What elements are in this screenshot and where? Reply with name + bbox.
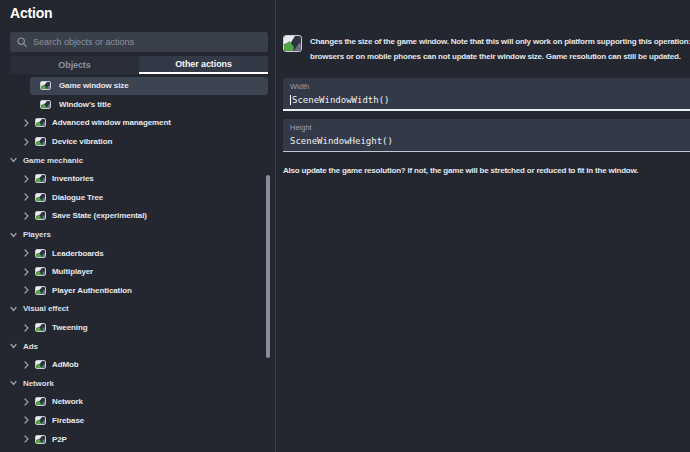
chevron-down-icon (10, 157, 17, 163)
width-field[interactable]: Width SceneWindowWidth() (283, 78, 690, 111)
picture-icon (35, 211, 46, 220)
chevron-right-icon (24, 435, 29, 443)
picture-icon (35, 360, 46, 369)
chevron-right-icon (24, 249, 29, 257)
tree-group-row[interactable]: Device vibration (0, 132, 268, 151)
search-box[interactable] (10, 32, 268, 52)
description-line-2: browsers or on mobile phones can not upd… (310, 49, 690, 64)
tree-category-row[interactable]: Players (0, 225, 268, 244)
tree-group-row[interactable]: P2P (0, 430, 268, 449)
picture-icon (35, 174, 46, 183)
tree-group-label: P2P (52, 435, 67, 444)
chevron-right-icon (24, 175, 29, 183)
height-field-label: Height (290, 123, 690, 132)
width-field-value[interactable]: SceneWindowWidth() (290, 94, 690, 105)
height-field-value[interactable]: SceneWindowHeight() (290, 135, 690, 146)
tab-other-actions[interactable]: Other actions (139, 56, 268, 74)
chevron-down-icon (10, 306, 17, 312)
chevron-down-icon (10, 232, 17, 238)
tree-category-row[interactable]: Network (0, 374, 268, 393)
parameter-fields: Width SceneWindowWidth() Height SceneWin… (283, 78, 690, 152)
chevron-down-icon (10, 343, 17, 349)
chevron-right-icon (24, 361, 29, 369)
tab-bar: Objects Other actions (10, 56, 268, 74)
chevron-right-icon (24, 119, 29, 127)
picture-icon (40, 100, 51, 109)
picture-icon (35, 267, 46, 276)
picture-icon (35, 193, 46, 202)
picture-icon (40, 81, 51, 90)
action-picture-icon (283, 35, 302, 52)
tree-action-row[interactable]: Game window size (30, 77, 268, 96)
tree-group-label: Firebase (52, 416, 84, 425)
tree-category-label: Players (23, 230, 51, 239)
tree-category-label: Ads (23, 342, 38, 351)
action-editor-dialog: Action Objects Other actions Game window… (0, 0, 690, 452)
chevron-down-icon (10, 380, 17, 386)
picture-icon (35, 397, 46, 406)
height-field[interactable]: Height SceneWindowHeight() (283, 119, 690, 152)
chevron-right-icon (24, 416, 29, 424)
picture-icon (35, 118, 46, 127)
tree-group-row[interactable]: Tweening (0, 318, 268, 337)
search-input[interactable] (33, 37, 261, 47)
tree-group-row[interactable]: Leaderboards (0, 244, 268, 263)
action-description: Changes the size of the game window. Not… (310, 34, 690, 64)
tree-action-label: Window's title (59, 100, 111, 109)
tree-group-row[interactable]: Dialogue Tree (0, 188, 268, 207)
tree-category-label: Game mechanic (23, 156, 83, 165)
description-line-1: Changes the size of the game window. Not… (310, 34, 690, 49)
tree-category-row[interactable]: Ads (0, 337, 268, 356)
sidebar-scrollbar-thumb[interactable] (266, 175, 270, 358)
picture-icon (35, 435, 46, 444)
picture-icon (35, 416, 46, 425)
tree-group-label: Inventories (52, 174, 94, 183)
action-description-row: Changes the size of the game window. Not… (283, 35, 690, 64)
tree-action-label: Game window size (59, 81, 129, 90)
chevron-right-icon (24, 324, 29, 332)
chevron-right-icon (24, 193, 29, 201)
action-detail-panel: Changes the size of the game window. Not… (276, 0, 690, 452)
picture-icon (35, 323, 46, 332)
picture-icon (35, 286, 46, 295)
chevron-right-icon (24, 268, 29, 276)
tab-objects[interactable]: Objects (10, 56, 139, 74)
tree-category-row[interactable]: Visual effect (0, 300, 268, 319)
tree-group-label: Player Authentication (52, 286, 132, 295)
tree-group-label: Leaderboards (52, 249, 104, 258)
tree-group-row[interactable]: Network (0, 393, 268, 412)
chevron-right-icon (24, 286, 29, 294)
tree-group-label: Advanced window management (52, 118, 171, 127)
tree-group-label: Save State (experimental) (52, 211, 147, 220)
tree-category-label: Visual effect (23, 304, 69, 313)
tree-group-label: Dialogue Tree (52, 193, 103, 202)
tree-category-row[interactable]: Game mechanic (0, 151, 268, 170)
tree-group-label: Tweening (52, 323, 88, 332)
page-title: Action (10, 5, 52, 21)
resolution-note: Also update the game resolution? If not,… (283, 166, 690, 175)
tree-group-row[interactable]: Multiplayer (0, 262, 268, 281)
picture-icon (35, 137, 46, 146)
tree-group-label: AdMob (52, 360, 79, 369)
tree-action-row[interactable]: Window's title (30, 95, 268, 114)
tree-group-row[interactable]: Advanced window management (0, 114, 268, 133)
tree-group-label: Multiplayer (52, 267, 93, 276)
width-field-label: Width (290, 82, 690, 91)
tree-group-row[interactable]: AdMob (0, 355, 268, 374)
tree-group-row[interactable]: Save State (experimental) (0, 207, 268, 226)
chevron-right-icon (24, 398, 29, 406)
chevron-right-icon (24, 212, 29, 220)
tree-group-row[interactable]: Player Authentication (0, 281, 268, 300)
text-caret (290, 95, 291, 105)
tree-group-label: Device vibration (52, 137, 112, 146)
tree-group-row[interactable]: Firebase (0, 411, 268, 430)
chevron-right-icon (24, 138, 29, 146)
tree-group-row[interactable]: Inventories (0, 169, 268, 188)
action-tree: Game window size Window's title Advanced… (0, 77, 268, 452)
search-icon (17, 37, 27, 47)
tree-category-label: Network (23, 379, 54, 388)
tree-group-label: Network (52, 397, 83, 406)
picture-icon (35, 249, 46, 258)
